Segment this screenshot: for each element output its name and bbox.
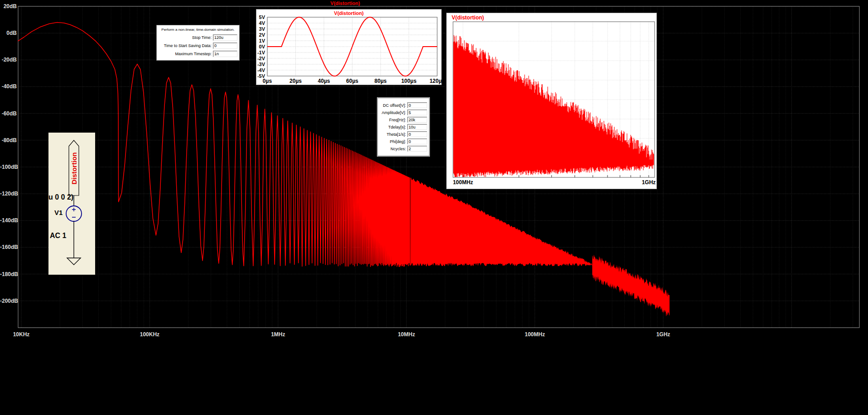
ncycles-input[interactable]: [407, 146, 427, 152]
theta-row: Theta[1/s]:: [380, 131, 427, 137]
noise-trace: [453, 35, 654, 177]
dc-offset-input[interactable]: [407, 102, 427, 108]
transient-settings-dialog: Perform a non-linear, time-domain simula…: [156, 25, 240, 61]
noise-inset-trace-label[interactable]: V(distortion): [452, 14, 484, 21]
theta-input[interactable]: [407, 131, 427, 137]
tdelay-label: Tdelay[s]:: [380, 125, 407, 129]
start-saving-row: Time to Start Saving Data:: [159, 43, 237, 49]
phi-label: Phi[deg]:: [380, 139, 407, 144]
dc-offset-row: DC offset[V]:: [380, 102, 427, 108]
ltspice-window: { "main_plot": { "title": "V(distortion)…: [0, 0, 868, 415]
noise-x-tick-label: 1GHz: [642, 179, 656, 186]
stop-time-label: Stop Time:: [159, 35, 213, 40]
tdelay-input[interactable]: [407, 124, 427, 130]
max-timestep-input[interactable]: [213, 51, 237, 57]
freq-label: Freq[Hz]:: [380, 118, 407, 122]
phi-row: Phi[deg]:: [380, 138, 427, 144]
freq-input[interactable]: [407, 117, 427, 123]
ncycles-row: Ncycles:: [380, 146, 427, 152]
noise-x-tick-label: 100MHz: [453, 179, 473, 186]
dc-offset-label: DC offset[V]:: [380, 103, 407, 108]
stop-time-input[interactable]: [213, 34, 237, 41]
start-saving-input[interactable]: [213, 43, 237, 49]
freq-row: Freq[Hz]:: [380, 117, 427, 123]
phi-input[interactable]: [407, 138, 427, 144]
amplitude-label: Amplitude[V]:: [380, 110, 407, 115]
noise-plot-pane[interactable]: [0, 0, 868, 415]
stop-time-row: Stop Time:: [159, 34, 237, 41]
amplitude-row: Amplitude[V]:: [380, 110, 427, 115]
max-timestep-label: Maximum Timestep:: [159, 52, 213, 56]
amplitude-input[interactable]: [407, 110, 427, 115]
start-saving-label: Time to Start Saving Data:: [159, 43, 213, 48]
max-timestep-row: Maximum Timestep:: [159, 51, 237, 57]
sine-source-dialog: DC offset[V]: Amplitude[V]: Freq[Hz]: Td…: [377, 98, 429, 156]
theta-label: Theta[1/s]:: [380, 132, 407, 137]
transient-dialog-title: Perform a non-linear, time-domain simula…: [159, 28, 237, 32]
ncycles-label: Ncycles:: [380, 147, 407, 151]
tdelay-row: Tdelay[s]:: [380, 124, 427, 130]
